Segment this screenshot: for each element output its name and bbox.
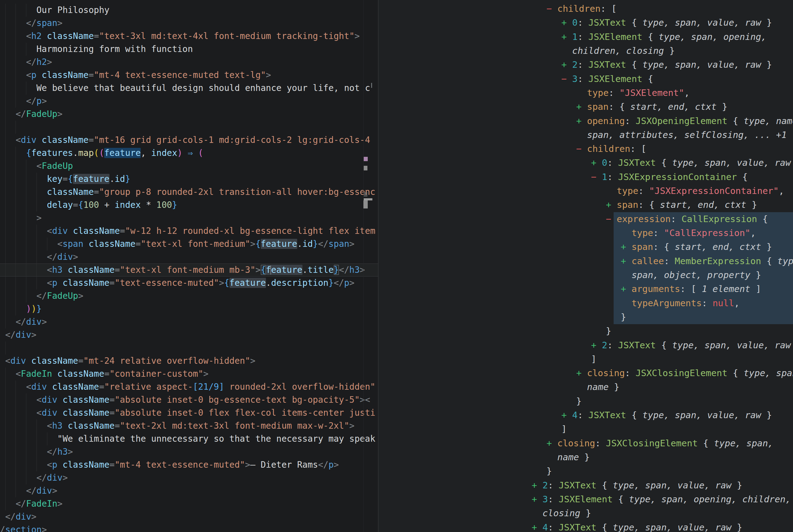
code-line[interactable]: <div className="w-12 h-12 rounded-xl bg-… xyxy=(0,225,378,238)
collapse-icon[interactable]: − xyxy=(561,74,572,84)
ast-line[interactable]: + closing: JSXClosingElement { type, spa… xyxy=(379,366,793,380)
expand-icon[interactable]: + xyxy=(561,59,572,70)
code-line[interactable]: </section> xyxy=(0,523,378,532)
code-line[interactable]: <span className="text-xl font-medium">{f… xyxy=(0,238,378,250)
ast-line[interactable]: + span: { start, end, ctxt } xyxy=(379,240,793,254)
code-line[interactable]: We believe that beautiful design should … xyxy=(0,82,378,95)
code-line[interactable]: <p className="mt-4 text-essence-muted te… xyxy=(0,69,378,82)
collapse-icon[interactable]: − xyxy=(591,172,602,182)
ast-line[interactable]: span, attributes, selfClosing, ... +1 } xyxy=(379,128,793,142)
code-line[interactable]: "We eliminate the unnecessary so that th… xyxy=(0,432,378,445)
ast-line[interactable]: − 1: JSXExpressionContainer { xyxy=(379,170,793,184)
ast-line[interactable]: span, object, property } xyxy=(379,268,793,282)
ast-line[interactable]: ] xyxy=(379,352,793,366)
code-line[interactable]: <div className="mt-24 relative overflow-… xyxy=(0,355,378,367)
code-line[interactable]: </div> xyxy=(0,484,378,497)
ast-line[interactable]: typeArguments: null, xyxy=(379,296,793,310)
code-line[interactable]: <h3 className="text-xl font-medium mb-3"… xyxy=(0,264,378,277)
code-line[interactable]: Harmonizing form with function xyxy=(0,43,378,56)
code-line[interactable]: </div> xyxy=(0,471,378,484)
code-line[interactable] xyxy=(0,121,378,134)
code-line[interactable]: Our Philosophy xyxy=(0,4,378,17)
ast-line[interactable]: + span: { start, end, ctxt } xyxy=(379,100,793,114)
ast-line[interactable]: − children: [ xyxy=(379,142,793,156)
expand-icon[interactable]: + xyxy=(531,494,542,505)
ast-line[interactable]: + 0: JSXText { type, span, value, raw } xyxy=(379,16,793,30)
expand-icon[interactable]: + xyxy=(576,368,587,378)
ast-line[interactable]: − 3: JSXElement { xyxy=(379,72,793,86)
ast-line[interactable]: + 0: JSXText { type, span, value, raw } xyxy=(379,156,793,170)
expand-icon[interactable]: + xyxy=(561,410,572,420)
code-line[interactable]: <h3 className="text-2xl md:text-3xl font… xyxy=(0,419,378,432)
code-line[interactable]: <p className="mt-4 text-essence-muted">—… xyxy=(0,458,378,471)
code-line[interactable]: <div className="absolute inset-0 bg-esse… xyxy=(0,394,378,406)
ast-line[interactable]: + closing: JSXClosingElement { type, spa… xyxy=(379,436,793,450)
ast-line[interactable]: } xyxy=(379,310,793,324)
expand-icon[interactable]: + xyxy=(561,17,572,28)
code-line[interactable] xyxy=(0,341,378,355)
code-line[interactable]: </div> xyxy=(0,250,378,264)
ast-line[interactable]: } xyxy=(379,324,793,338)
collapse-icon[interactable]: − xyxy=(576,144,587,154)
code-line[interactable]: delay={100 + index * 100} xyxy=(0,198,378,212)
expand-icon[interactable]: + xyxy=(576,101,587,112)
ast-line[interactable]: name } xyxy=(379,380,793,394)
expand-icon[interactable]: + xyxy=(621,284,632,294)
ast-line[interactable]: closing } xyxy=(379,506,793,520)
code-line[interactable]: className="group p-8 rounded-2xl transit… xyxy=(0,186,378,198)
code-line[interactable]: </FadeIn> xyxy=(0,497,378,510)
code-line[interactable]: </span> xyxy=(0,17,378,30)
ast-line[interactable]: + callee: MemberExpression { type, xyxy=(379,254,793,268)
ast-line[interactable]: } xyxy=(379,464,793,478)
expand-icon[interactable]: + xyxy=(546,438,557,449)
code-line[interactable]: <div className="mt-16 grid grid-cols-1 m… xyxy=(0,134,378,147)
code-line[interactable]: </div> xyxy=(0,328,378,341)
ast-line[interactable]: + 2: JSXText { type, span, value, raw } xyxy=(379,338,793,352)
code-line[interactable]: <FadeIn className="container-custom"> xyxy=(0,367,378,380)
code-line[interactable]: </FadeUp> xyxy=(0,108,378,121)
ast-line[interactable]: + span: { start, end, ctxt } xyxy=(379,198,793,212)
ast-line[interactable]: + arguments: [ 1 element ] xyxy=(379,282,793,296)
expand-icon[interactable]: + xyxy=(531,522,542,532)
ast-line[interactable]: type: "JSXExpressionContainer", xyxy=(379,184,793,198)
expand-icon[interactable]: + xyxy=(561,32,572,42)
ast-line[interactable]: + 3: JSXElement { type, span, opening, c… xyxy=(379,492,793,506)
code-line[interactable]: </div> xyxy=(0,316,378,328)
ast-line[interactable]: + 2: JSXText { type, span, value, raw } xyxy=(379,478,793,492)
ast-line[interactable]: + 4: JSXText { type, span, value, raw } xyxy=(379,408,793,422)
code-line[interactable]: </h3> xyxy=(0,445,378,458)
code-line[interactable]: </h2> xyxy=(0,56,378,69)
ast-line[interactable]: − children: [ xyxy=(379,2,793,16)
code-line[interactable]: <div className="relative aspect-[21/9] r… xyxy=(0,380,378,394)
ast-line[interactable]: } xyxy=(379,394,793,408)
code-line[interactable]: {features.map((feature, index) ⇒ ( xyxy=(0,147,378,159)
ast-line[interactable]: + 1: JSXElement { type, span, opening, xyxy=(379,30,793,44)
ast-line[interactable]: + 4: JSXText { type, span, value, raw } xyxy=(379,520,793,532)
code-editor-pane[interactable]: Our Philosophy</span><h2 className="text… xyxy=(0,0,379,532)
expand-icon[interactable]: + xyxy=(591,157,602,168)
collapse-icon[interactable]: − xyxy=(606,214,617,224)
ast-line[interactable]: ] xyxy=(379,422,793,436)
code-line[interactable]: </div> xyxy=(0,510,378,523)
code-line[interactable]: <h2 className="text-3xl md:text-4xl font… xyxy=(0,30,378,43)
code-line[interactable]: <FadeUp xyxy=(0,159,378,173)
ast-line[interactable]: type: "JSXElement", xyxy=(379,86,793,100)
code-line[interactable]: key={feature.id} xyxy=(0,173,378,186)
code-line[interactable]: > xyxy=(0,212,378,225)
expand-icon[interactable]: + xyxy=(621,256,632,266)
ast-explorer-pane[interactable]: − children: [+ 0: JSXText { type, span, … xyxy=(379,0,793,532)
ast-line[interactable]: children, closing } xyxy=(379,44,793,58)
ast-line[interactable]: + 2: JSXText { type, span, value, raw } xyxy=(379,58,793,72)
code-line[interactable]: </p> xyxy=(0,95,378,108)
ast-line[interactable]: type: "CallExpression", xyxy=(379,226,793,240)
ast-line[interactable]: name } xyxy=(379,450,793,464)
code-line[interactable]: <div className="absolute inset-0 flex fl… xyxy=(0,406,378,419)
expand-icon[interactable]: + xyxy=(621,242,632,252)
code-line[interactable]: <p className="text-essence-muted">{featu… xyxy=(0,277,378,289)
code-line[interactable]: </FadeUp> xyxy=(0,289,378,303)
collapse-icon[interactable]: − xyxy=(546,3,557,14)
expand-icon[interactable]: + xyxy=(576,116,587,126)
ast-line[interactable]: − expression: CallExpression { xyxy=(379,212,793,226)
code-line[interactable]: ))} xyxy=(0,303,378,316)
ast-line[interactable]: + opening: JSXOpeningElement { type, nam… xyxy=(379,114,793,128)
